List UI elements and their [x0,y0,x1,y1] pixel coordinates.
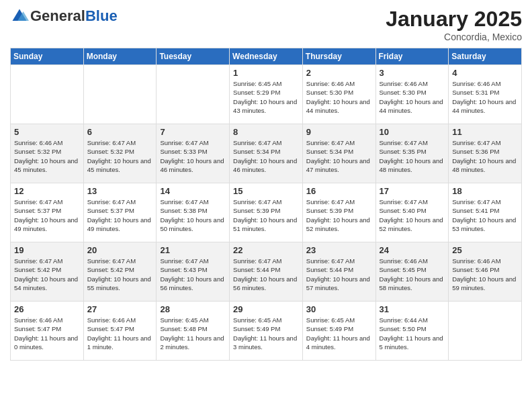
day-cell: 27Sunrise: 6:46 AMSunset: 5:47 PMDayligh… [83,302,157,361]
day-info: Sunrise: 6:46 AMSunset: 5:31 PMDaylight:… [452,79,518,115]
day-info: Sunrise: 6:47 AMSunset: 5:42 PMDaylight:… [87,257,153,292]
location: Concordia, Mexico [386,32,522,42]
weekday-header-tuesday: Tuesday [157,48,230,65]
day-info: Sunrise: 6:45 AMSunset: 5:49 PMDaylight:… [306,316,372,351]
day-cell: 15Sunrise: 6:47 AMSunset: 5:39 PMDayligh… [230,183,303,242]
day-number: 12 [14,186,80,196]
day-info: Sunrise: 6:47 AMSunset: 5:34 PMDaylight:… [233,138,299,174]
day-info: Sunrise: 6:46 AMSunset: 5:47 PMDaylight:… [14,316,80,351]
day-cell: 25Sunrise: 6:46 AMSunset: 5:46 PMDayligh… [449,242,522,302]
logo-icon [10,7,29,26]
weekday-header-thursday: Thursday [302,48,375,65]
day-number: 30 [306,304,372,314]
weekday-header-monday: Monday [83,48,157,65]
day-number: 10 [380,127,445,137]
day-info: Sunrise: 6:47 AMSunset: 5:34 PMDaylight:… [306,138,372,174]
day-info: Sunrise: 6:47 AMSunset: 5:32 PMDaylight:… [87,138,153,174]
day-info: Sunrise: 6:47 AMSunset: 5:39 PMDaylight:… [233,197,299,233]
day-info: Sunrise: 6:47 AMSunset: 5:37 PMDaylight:… [87,197,153,233]
day-info: Sunrise: 6:47 AMSunset: 5:39 PMDaylight:… [306,197,372,233]
day-cell: 10Sunrise: 6:47 AMSunset: 5:35 PMDayligh… [375,124,449,183]
day-number: 3 [380,68,445,78]
day-cell: 31Sunrise: 6:44 AMSunset: 5:50 PMDayligh… [375,302,449,361]
day-cell: 29Sunrise: 6:45 AMSunset: 5:49 PMDayligh… [230,302,303,361]
day-info: Sunrise: 6:47 AMSunset: 5:44 PMDaylight:… [306,257,372,292]
day-cell: 6Sunrise: 6:47 AMSunset: 5:32 PMDaylight… [83,124,157,183]
day-cell [449,302,522,361]
day-cell: 18Sunrise: 6:47 AMSunset: 5:41 PMDayligh… [449,183,522,242]
weekday-header-wednesday: Wednesday [230,48,303,65]
page-header: GeneralBlue January 2025 Concordia, Mexi… [10,7,522,42]
day-cell: 11Sunrise: 6:47 AMSunset: 5:36 PMDayligh… [449,124,522,183]
day-number: 31 [380,304,445,314]
day-cell [83,65,157,124]
day-cell [157,65,230,124]
logo: GeneralBlue [10,7,118,26]
day-info: Sunrise: 6:45 AMSunset: 5:29 PMDaylight:… [233,79,299,115]
week-row-4: 19Sunrise: 6:47 AMSunset: 5:42 PMDayligh… [11,242,522,302]
day-number: 15 [233,186,299,196]
weekday-header-friday: Friday [375,48,449,65]
day-cell: 26Sunrise: 6:46 AMSunset: 5:47 PMDayligh… [11,302,84,361]
day-number: 17 [380,186,445,196]
day-number: 21 [160,245,226,255]
day-info: Sunrise: 6:47 AMSunset: 5:37 PMDaylight:… [14,197,80,233]
day-number: 5 [14,127,80,137]
day-info: Sunrise: 6:47 AMSunset: 5:43 PMDaylight:… [160,257,226,292]
week-row-5: 26Sunrise: 6:46 AMSunset: 5:47 PMDayligh… [11,302,522,361]
day-number: 7 [160,127,226,137]
day-number: 8 [233,127,299,137]
day-cell: 30Sunrise: 6:45 AMSunset: 5:49 PMDayligh… [302,302,375,361]
day-cell: 4Sunrise: 6:46 AMSunset: 5:31 PMDaylight… [449,65,522,124]
day-cell: 14Sunrise: 6:47 AMSunset: 5:38 PMDayligh… [157,183,230,242]
day-info: Sunrise: 6:46 AMSunset: 5:46 PMDaylight:… [452,257,518,292]
day-number: 16 [306,186,372,196]
day-cell: 8Sunrise: 6:47 AMSunset: 5:34 PMDaylight… [230,124,303,183]
day-number: 13 [87,186,153,196]
logo-text: GeneralBlue [30,7,118,25]
day-number: 26 [14,304,80,314]
day-cell: 13Sunrise: 6:47 AMSunset: 5:37 PMDayligh… [83,183,157,242]
week-row-3: 12Sunrise: 6:47 AMSunset: 5:37 PMDayligh… [11,183,522,242]
day-cell [11,65,84,124]
day-info: Sunrise: 6:47 AMSunset: 5:40 PMDaylight:… [380,197,445,233]
day-cell: 1Sunrise: 6:45 AMSunset: 5:29 PMDaylight… [230,65,303,124]
day-cell: 12Sunrise: 6:47 AMSunset: 5:37 PMDayligh… [11,183,84,242]
weekday-header-saturday: Saturday [449,48,522,65]
day-cell: 3Sunrise: 6:46 AMSunset: 5:30 PMDaylight… [375,65,449,124]
day-number: 2 [306,68,372,78]
day-cell: 5Sunrise: 6:46 AMSunset: 5:32 PMDaylight… [11,124,84,183]
day-info: Sunrise: 6:45 AMSunset: 5:49 PMDaylight:… [233,316,299,351]
day-info: Sunrise: 6:47 AMSunset: 5:35 PMDaylight:… [380,138,445,174]
day-number: 6 [87,127,153,137]
day-info: Sunrise: 6:47 AMSunset: 5:33 PMDaylight:… [160,138,226,174]
day-info: Sunrise: 6:46 AMSunset: 5:45 PMDaylight:… [380,257,445,292]
day-cell: 24Sunrise: 6:46 AMSunset: 5:45 PMDayligh… [375,242,449,302]
day-cell: 21Sunrise: 6:47 AMSunset: 5:43 PMDayligh… [157,242,230,302]
day-number: 24 [380,245,445,255]
week-row-2: 5Sunrise: 6:46 AMSunset: 5:32 PMDaylight… [11,124,522,183]
day-number: 19 [14,245,80,255]
day-number: 4 [452,68,518,78]
weekday-header-sunday: Sunday [11,48,84,65]
day-info: Sunrise: 6:46 AMSunset: 5:30 PMDaylight:… [306,79,372,115]
day-info: Sunrise: 6:46 AMSunset: 5:30 PMDaylight:… [380,79,445,115]
day-info: Sunrise: 6:46 AMSunset: 5:32 PMDaylight:… [14,138,80,174]
calendar-table: SundayMondayTuesdayWednesdayThursdayFrid… [10,48,522,361]
day-cell: 19Sunrise: 6:47 AMSunset: 5:42 PMDayligh… [11,242,84,302]
day-cell: 7Sunrise: 6:47 AMSunset: 5:33 PMDaylight… [157,124,230,183]
day-number: 11 [452,127,518,137]
day-cell: 23Sunrise: 6:47 AMSunset: 5:44 PMDayligh… [302,242,375,302]
day-info: Sunrise: 6:46 AMSunset: 5:47 PMDaylight:… [87,316,153,351]
day-cell: 20Sunrise: 6:47 AMSunset: 5:42 PMDayligh… [83,242,157,302]
day-cell: 17Sunrise: 6:47 AMSunset: 5:40 PMDayligh… [375,183,449,242]
day-number: 25 [452,245,518,255]
day-number: 9 [306,127,372,137]
day-number: 20 [87,245,153,255]
day-cell: 22Sunrise: 6:47 AMSunset: 5:44 PMDayligh… [230,242,303,302]
day-cell: 2Sunrise: 6:46 AMSunset: 5:30 PMDaylight… [302,65,375,124]
day-number: 1 [233,68,299,78]
day-number: 29 [233,304,299,314]
day-cell: 16Sunrise: 6:47 AMSunset: 5:39 PMDayligh… [302,183,375,242]
day-info: Sunrise: 6:44 AMSunset: 5:50 PMDaylight:… [380,316,445,351]
